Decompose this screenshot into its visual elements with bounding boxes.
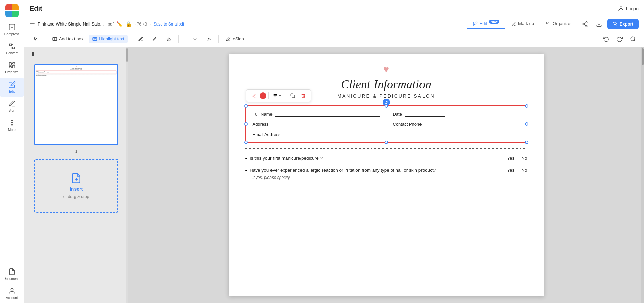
svg-point-14 bbox=[586, 25, 587, 27]
bullet-1: • bbox=[245, 156, 247, 162]
shape-dropdown-icon bbox=[192, 36, 198, 42]
scroll-track[interactable] bbox=[126, 47, 128, 303]
topbar: Edit Log in bbox=[24, 0, 644, 17]
handle-bm[interactable] bbox=[385, 141, 388, 144]
q2-no: No bbox=[521, 168, 527, 173]
login-button[interactable]: Log in bbox=[618, 6, 639, 12]
file-ext: .pdf bbox=[106, 21, 114, 27]
new-badge: NEW bbox=[489, 20, 499, 24]
logo-q1 bbox=[5, 4, 12, 10]
pen-color-button[interactable] bbox=[249, 91, 258, 100]
sidebar-item-convert[interactable]: Convert bbox=[0, 39, 24, 58]
insert-sublabel: or drag & drop bbox=[63, 194, 89, 199]
handle-tr[interactable] bbox=[525, 104, 528, 108]
handle-tl[interactable] bbox=[244, 104, 248, 108]
sidebar-item-edit[interactable]: Edit bbox=[0, 78, 24, 97]
ft-sep-1 bbox=[268, 92, 269, 99]
address-label: Address bbox=[253, 122, 269, 127]
share-icon bbox=[582, 21, 588, 27]
sidebar-item-sign[interactable]: Sign bbox=[0, 97, 24, 116]
toggle-thumbnails-button[interactable] bbox=[27, 50, 39, 58]
file-name: Pink and White Simple Nail Salo... bbox=[38, 21, 104, 27]
organize-icon bbox=[8, 62, 16, 69]
share-button[interactable] bbox=[579, 18, 591, 30]
handle-ml[interactable] bbox=[244, 122, 248, 126]
logo-q2 bbox=[12, 4, 19, 10]
color-swatch-button[interactable] bbox=[260, 92, 266, 99]
more-label: More bbox=[8, 128, 16, 132]
q1-yes: Yes bbox=[507, 156, 514, 161]
download-button[interactable] bbox=[593, 18, 605, 30]
pencil-icon bbox=[138, 36, 143, 42]
canvas-scrollbar[interactable] bbox=[641, 47, 644, 303]
sidebar-item-compress[interactable]: Compress bbox=[0, 20, 24, 39]
question-2-text: Have you ever experienced allergic react… bbox=[250, 168, 473, 173]
undo-button[interactable] bbox=[600, 33, 612, 45]
eraser-tool[interactable] bbox=[163, 35, 175, 43]
left-sidebar: Compress Convert Organize Edit Sign Mor bbox=[0, 0, 24, 303]
svg-point-23 bbox=[208, 38, 209, 38]
redo-icon bbox=[616, 36, 623, 42]
contact-phone-line bbox=[425, 121, 465, 127]
download-icon bbox=[596, 21, 602, 27]
question-1-options: Yes No bbox=[474, 156, 527, 161]
email-line bbox=[283, 132, 380, 137]
app-logo[interactable] bbox=[5, 4, 19, 17]
edit-name-icon[interactable]: ✏️ bbox=[116, 21, 123, 27]
image-tool[interactable] bbox=[203, 35, 215, 43]
toolbar-sep-2 bbox=[131, 35, 131, 43]
insert-placeholder[interactable]: Insert or drag & drop bbox=[34, 159, 118, 213]
pencil-tool[interactable] bbox=[135, 35, 147, 43]
svg-rect-27 bbox=[33, 52, 35, 56]
svg-rect-33 bbox=[292, 95, 295, 98]
delete-button[interactable] bbox=[299, 91, 308, 100]
shape-tool[interactable] bbox=[182, 35, 201, 43]
section-divider bbox=[245, 148, 527, 149]
date-line bbox=[405, 111, 445, 117]
highlight-text-button[interactable]: Highlight text bbox=[89, 35, 128, 43]
handle-bl[interactable] bbox=[244, 141, 248, 144]
documents-icon bbox=[8, 268, 16, 275]
handle-mr[interactable] bbox=[525, 122, 528, 126]
handle-tm[interactable] bbox=[385, 104, 388, 108]
action-btns: Export bbox=[579, 18, 639, 30]
sidebar-item-account[interactable]: Account bbox=[0, 284, 24, 303]
canvas-scroll-thumb bbox=[642, 48, 644, 65]
full-name-label: Full Name bbox=[253, 112, 273, 117]
tab-edit[interactable]: Edit NEW bbox=[467, 19, 505, 29]
tab-markup[interactable]: Mark up bbox=[505, 19, 540, 29]
form-fields: Full Name Date Address Contact Phon bbox=[253, 111, 520, 137]
address-field: Address bbox=[253, 121, 380, 127]
pdf-subtitle: MANICURE & PEDICURE SALON bbox=[337, 93, 435, 99]
highlight-icon bbox=[92, 36, 97, 42]
sidebar-item-more[interactable]: More bbox=[0, 116, 24, 135]
email-field: Email Address bbox=[253, 132, 380, 137]
thumbnail-panel: ♥ Client Information MANICURE & PEDICURE… bbox=[24, 47, 128, 303]
handle-br[interactable] bbox=[525, 141, 528, 144]
contact-phone-field: Contact Phone bbox=[393, 121, 520, 127]
sidebar-item-organize[interactable]: Organize bbox=[0, 58, 24, 78]
thumbnail-page-1[interactable]: ♥ Client Information MANICURE & PEDICURE… bbox=[34, 64, 118, 145]
align-icon bbox=[273, 93, 278, 98]
menu-icon[interactable]: ☰ bbox=[30, 20, 35, 28]
selected-text-box[interactable]: ↺ Full Name bbox=[245, 105, 527, 143]
esign-button[interactable]: eSign bbox=[222, 35, 247, 43]
add-text-box-button[interactable]: Add text box bbox=[49, 35, 87, 43]
export-button[interactable]: Export bbox=[607, 19, 639, 29]
cursor-tool[interactable] bbox=[30, 35, 42, 43]
redo-button[interactable] bbox=[614, 33, 625, 45]
search-button[interactable] bbox=[627, 33, 639, 45]
bullet-2: • bbox=[245, 168, 247, 174]
esign-icon bbox=[226, 36, 231, 42]
tab-organize[interactable]: Organize bbox=[540, 19, 577, 29]
heart-decoration: ♥ bbox=[383, 64, 389, 75]
convert-label: Convert bbox=[6, 51, 18, 55]
align-dropdown[interactable] bbox=[271, 93, 284, 99]
duplicate-button[interactable] bbox=[288, 91, 297, 100]
lock-icon[interactable]: 🔒 bbox=[126, 21, 132, 27]
sidebar-item-documents[interactable]: Documents bbox=[0, 265, 24, 284]
dropdown-chevron-icon bbox=[278, 94, 282, 97]
edit-icon bbox=[8, 81, 16, 88]
save-to-smallpdf[interactable]: Save to Smallpdf bbox=[154, 22, 184, 27]
marker-tool[interactable] bbox=[149, 35, 161, 43]
